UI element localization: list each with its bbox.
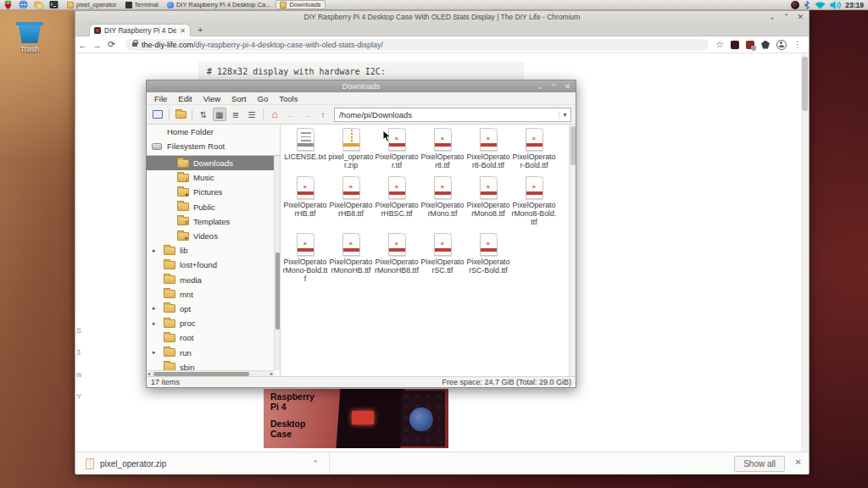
file-item[interactable]: pixel_operator.zip: [328, 128, 374, 169]
download-item[interactable]: pixel_operator.zip ⌃: [75, 452, 330, 474]
expander-icon[interactable]: ▸: [153, 305, 156, 312]
tree-row[interactable]: ▸ opt: [147, 302, 280, 316]
browser-menu-icon[interactable]: ⋮: [793, 40, 802, 49]
menu-item[interactable]: View: [203, 94, 220, 103]
tree-row[interactable]: ▸ mnt: [147, 287, 280, 302]
expander-icon[interactable]: ▸: [153, 320, 156, 327]
file-item[interactable]: PixelOperatorMono8.ttf: [465, 176, 511, 226]
tree-row[interactable]: ▸ lib: [147, 243, 280, 258]
shelf-close-icon[interactable]: ✕: [795, 458, 802, 467]
home-button[interactable]: ⌂: [268, 108, 281, 121]
files-vscroll-thumb[interactable]: [570, 126, 576, 165]
menu-item[interactable]: File: [154, 94, 167, 103]
file-item[interactable]: PixelOperatorMonoHB8.ttf: [374, 233, 420, 283]
file-item[interactable]: PixelOperatorMonoHB.ttf: [328, 233, 374, 283]
forward-button[interactable]: →: [300, 108, 314, 121]
show-all-button[interactable]: Show all: [734, 456, 785, 472]
forward-button[interactable]: →: [90, 40, 104, 50]
up-button[interactable]: ↑: [316, 108, 330, 121]
icon-view-button[interactable]: ▦: [213, 108, 226, 121]
menu-item[interactable]: Tools: [279, 94, 298, 103]
bluetooth-icon[interactable]: [804, 1, 810, 9]
path-bar[interactable]: /home/pi/Downloads ▾: [334, 108, 571, 122]
file-item[interactable]: PixelOperatorSC.ttf: [420, 233, 465, 283]
detailed-view-button[interactable]: ☰: [245, 108, 259, 121]
extension-shield-icon[interactable]: [746, 41, 754, 49]
new-tab-button[interactable]: [151, 108, 164, 121]
raspberry-menu-icon[interactable]: [3, 0, 13, 9]
dual-pane-button[interactable]: ⇅: [197, 108, 210, 121]
taskbar-window-button[interactable]: pixel_operator: [64, 0, 120, 9]
minimize-icon[interactable]: ⌄: [769, 13, 776, 21]
tree-vertical-scrollbar[interactable]: [274, 156, 280, 370]
file-item[interactable]: PixelOperatorSC-Bold.ttf: [465, 233, 511, 283]
clock[interactable]: 23:19: [845, 1, 864, 9]
profile-avatar-icon[interactable]: [776, 40, 787, 50]
browser-tab[interactable]: DIY Raspberry Pi 4 Desk ✕: [89, 24, 191, 36]
file-item[interactable]: PixelOperatorMono.ttf: [420, 176, 465, 226]
place-item[interactable]: Home Folder: [147, 125, 280, 139]
terminal-icon[interactable]: [49, 0, 58, 9]
trash-icon[interactable]: Trash: [10, 22, 49, 53]
taskbar-window-button[interactable]: DIY Raspberry Pi 4 Desktop Ca...: [164, 0, 275, 9]
scroll-right-icon[interactable]: ▸: [270, 371, 273, 376]
extension-icon[interactable]: [731, 41, 739, 49]
file-item[interactable]: PixelOperatorMono-Bold.ttf: [282, 233, 328, 283]
scroll-left-icon[interactable]: ◂: [147, 371, 150, 376]
file-item[interactable]: PixelOperatorHBSC.ttf: [374, 176, 420, 226]
tree-row[interactable]: ▸ lost+found: [147, 258, 280, 272]
file-manager-folders-icon[interactable]: [34, 0, 43, 9]
tree-row[interactable]: ▸ ↓ Downloads: [147, 156, 280, 170]
back-button[interactable]: ←: [75, 40, 90, 50]
close-icon[interactable]: ✕: [565, 82, 570, 91]
taskbar-window-button[interactable]: Terminal: [122, 0, 162, 9]
file-item[interactable]: PixelOperator8-Bold.ttf: [465, 128, 511, 169]
page-scrollbar-thumb[interactable]: [802, 57, 808, 111]
expander-icon[interactable]: ▸: [153, 247, 156, 254]
back-button[interactable]: ←: [284, 108, 298, 121]
tree-hscroll-thumb[interactable]: [153, 372, 249, 376]
restore-icon[interactable]: ⌃: [551, 82, 557, 91]
compact-view-button[interactable]: ≣: [229, 108, 242, 121]
tree-row[interactable]: ▸ ♪ Music: [147, 170, 280, 185]
tree-row[interactable]: ▸ proc: [147, 316, 280, 330]
tree-row[interactable]: ▸ ▸ Videos: [147, 229, 280, 243]
browser-titlebar[interactable]: DIY Raspberry Pi 4 Desktop Case With OLE…: [75, 11, 809, 22]
file-item[interactable]: PixelOperatorMono8-Bold.ttf: [511, 176, 557, 226]
minimize-icon[interactable]: ⌄: [537, 82, 543, 91]
file-item[interactable]: LICENSE.txt: [282, 128, 328, 169]
bookmark-star-icon[interactable]: ☆: [715, 39, 724, 50]
address-bar[interactable]: the-diy-life.com/diy-raspberry-pi-4-desk…: [125, 39, 709, 51]
new-tab-button[interactable]: +: [198, 25, 203, 35]
path-dropdown-icon[interactable]: ▾: [559, 111, 570, 119]
tree-row[interactable]: ▸ run: [147, 345, 280, 359]
file-item[interactable]: PixelOperator.ttf: [374, 128, 420, 169]
file-item[interactable]: PixelOperator-Bold.ttf: [511, 128, 557, 169]
wifi-icon[interactable]: [815, 1, 826, 9]
tree-row[interactable]: ▸ root: [147, 330, 280, 345]
extensions-puzzle-icon[interactable]: [761, 41, 770, 49]
expander-icon[interactable]: ▸: [153, 349, 156, 356]
files-vertical-scrollbar[interactable]: [569, 125, 576, 376]
tab-close-icon[interactable]: ✕: [180, 27, 186, 35]
menu-item[interactable]: Sort: [231, 94, 246, 103]
tree-row[interactable]: ▸ ▴ Pictures: [147, 185, 280, 199]
tree-row[interactable]: ▸ media: [147, 273, 280, 287]
taskbar-window-button[interactable]: Downloads: [275, 0, 325, 9]
tree-row[interactable]: ▸ ≡ Templates: [147, 214, 280, 229]
vnc-sphere-icon[interactable]: [791, 1, 799, 9]
menu-item[interactable]: Edit: [178, 94, 192, 103]
volume-icon[interactable]: [830, 1, 841, 9]
web-browser-globe-icon[interactable]: [19, 0, 28, 9]
tree-row[interactable]: ▸ Public: [147, 200, 280, 214]
new-window-button[interactable]: [174, 108, 187, 121]
menu-item[interactable]: Go: [258, 94, 269, 103]
close-icon[interactable]: ✕: [797, 13, 804, 21]
place-item[interactable]: Filesystem Root: [147, 139, 280, 153]
page-scrollbar[interactable]: [801, 53, 809, 452]
file-item[interactable]: PixelOperatorHB.ttf: [282, 176, 328, 226]
download-caret-icon[interactable]: ⌃: [312, 459, 319, 468]
tree-vscroll-thumb[interactable]: [275, 252, 280, 330]
file-item[interactable]: PixelOperatorHB8.ttf: [328, 176, 374, 226]
reload-button[interactable]: ⟳: [104, 39, 119, 50]
